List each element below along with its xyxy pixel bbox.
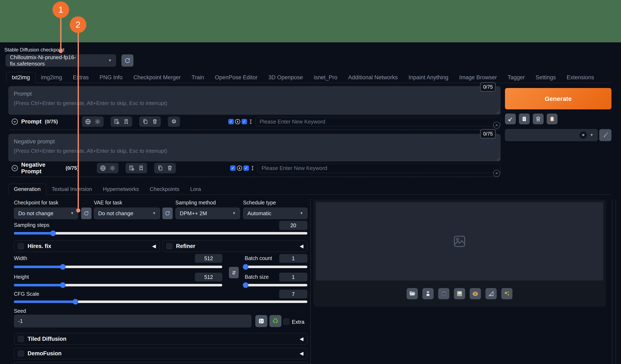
schedule-type-dropdown[interactable]: Automatic▼ xyxy=(243,208,308,219)
negative-panel-collapse-button[interactable] xyxy=(493,170,500,177)
send-to-inpaint-button[interactable] xyxy=(470,288,481,299)
refresh-vae-button[interactable] xyxy=(162,208,173,219)
checkpoint-for-task-dropdown[interactable]: Do not change▼ xyxy=(14,208,78,219)
paste-copy-icon[interactable] xyxy=(142,119,148,125)
translate-globe-icon[interactable] xyxy=(100,165,106,171)
column-resize-handle[interactable] xyxy=(310,199,311,364)
batch-size-value[interactable]: 1 xyxy=(279,273,307,281)
tab-inpaint-anything[interactable]: Inpaint Anything xyxy=(403,72,454,83)
save-zip-button[interactable] xyxy=(438,288,449,299)
cfg-scale-value[interactable]: 7 xyxy=(279,290,307,298)
swap-width-height-button[interactable] xyxy=(229,267,239,278)
auto-translate-checkbox[interactable]: ✓ xyxy=(228,119,234,124)
reuse-seed-button[interactable]: ♻ xyxy=(269,315,281,327)
save-image-button[interactable] xyxy=(422,288,433,299)
slider-thumb[interactable] xyxy=(60,282,66,288)
tab-textual-inversion[interactable]: Textual Inversion xyxy=(46,184,98,194)
sampling-method-dropdown[interactable]: DPM++ 2M▼ xyxy=(175,208,240,219)
cfg-scale-slider[interactable] xyxy=(14,300,307,303)
send-to-img2img-button[interactable] xyxy=(454,288,465,299)
accordion-collapsed-icon[interactable]: ◀ xyxy=(300,243,303,249)
seed-input[interactable]: -1 xyxy=(14,315,252,328)
tab-hypernetworks[interactable]: Hypernetworks xyxy=(98,184,144,194)
trash-icon[interactable] xyxy=(152,119,158,125)
accordion-collapsed-icon[interactable]: ◀ xyxy=(300,336,303,342)
refresh-checkpoint-for-task-button[interactable] xyxy=(81,208,91,219)
prompt-keyword-input[interactable] xyxy=(256,117,500,126)
slider-thumb[interactable] xyxy=(243,264,248,270)
tiled-diffusion-accordion[interactable]: Tiled Diffusion ◀ xyxy=(14,333,307,345)
tab-generation[interactable]: Generation xyxy=(8,184,46,195)
gear-icon[interactable] xyxy=(109,165,116,171)
upscale-button[interactable] xyxy=(501,288,513,299)
sampling-steps-value[interactable]: 20 xyxy=(279,221,307,230)
history-down-icon[interactable] xyxy=(235,119,241,125)
slider-thumb[interactable] xyxy=(73,299,78,305)
keyword-mode-checkbox[interactable]: ✓ xyxy=(242,119,247,124)
keyword-mode-checkbox[interactable]: ✓ xyxy=(243,165,249,171)
resize-handle-icon[interactable] xyxy=(496,110,500,114)
tab-train[interactable]: Train xyxy=(186,72,210,83)
open-folder-button[interactable] xyxy=(407,288,418,299)
gear-icon[interactable] xyxy=(94,119,101,125)
translate-globe-icon[interactable] xyxy=(85,119,91,125)
tab-extensions[interactable]: Extensions xyxy=(561,72,599,83)
tab-lora[interactable]: Lora xyxy=(185,184,206,194)
hires-fix-accordion[interactable]: Hires. fix ◀ xyxy=(14,240,160,252)
vae-for-task-dropdown[interactable]: Do not change▼ xyxy=(94,208,160,219)
history-down-icon[interactable] xyxy=(236,165,243,171)
refresh-checkpoint-button[interactable] xyxy=(121,54,134,67)
tab-isnet-pro[interactable]: isnet_Pro xyxy=(309,72,343,83)
save-style-button[interactable] xyxy=(519,114,530,124)
hires-fix-checkbox[interactable] xyxy=(18,243,24,249)
height-value[interactable]: 512 xyxy=(195,273,222,281)
trash-icon[interactable] xyxy=(167,165,173,171)
clear-prompt-button[interactable] xyxy=(533,114,544,124)
history-icon[interactable] xyxy=(128,165,135,171)
prompt-textarea[interactable]: Prompt (Press Ctrl+Enter to generate, Al… xyxy=(8,86,500,115)
width-value[interactable]: 512 xyxy=(195,254,222,263)
tab-checkpoints[interactable]: Checkpoints xyxy=(144,184,185,194)
tab-extras[interactable]: Extras xyxy=(68,72,94,83)
favorites-bookmark-icon[interactable] xyxy=(138,165,144,171)
favorites-bookmark-icon[interactable] xyxy=(123,119,129,125)
height-slider[interactable] xyxy=(14,284,222,286)
paste-copy-icon[interactable] xyxy=(157,165,163,171)
random-seed-button[interactable] xyxy=(255,315,267,327)
edit-styles-button[interactable] xyxy=(599,129,611,141)
openai-icon[interactable] xyxy=(171,119,177,125)
tab-png-info[interactable]: PNG Info xyxy=(94,72,128,83)
resize-handle-icon[interactable] xyxy=(496,157,500,161)
batch-count-value[interactable]: 1 xyxy=(279,254,307,263)
batch-size-slider[interactable] xyxy=(245,284,307,286)
read-generation-params-button[interactable]: ↙ xyxy=(505,114,516,124)
paste-params-button[interactable] xyxy=(547,114,557,124)
seed-extra-checkbox[interactable] xyxy=(283,319,289,325)
sampling-steps-slider[interactable] xyxy=(14,232,307,235)
tab-additional-networks[interactable]: Additional Networks xyxy=(343,72,403,83)
prompt-panel-collapse-button[interactable] xyxy=(493,121,500,129)
history-icon[interactable] xyxy=(114,119,120,125)
slider-thumb[interactable] xyxy=(243,282,248,288)
slider-thumb[interactable] xyxy=(50,231,56,236)
tab-openpose-editor[interactable]: OpenPose Editor xyxy=(209,72,263,83)
negative-collapse-icon[interactable] xyxy=(11,165,18,172)
tab-checkpoint-merger[interactable]: Checkpoint Merger xyxy=(128,72,186,83)
checkpoint-dropdown[interactable]: Chilloutmix-Ni-pruned-fp16-fix.safetenso… xyxy=(6,54,116,67)
tab-image-browser[interactable]: Image Browser xyxy=(454,72,502,83)
batch-count-slider[interactable] xyxy=(245,266,307,268)
negative-prompt-textarea[interactable]: Negative prompt (Press Ctrl+Enter to gen… xyxy=(8,134,500,161)
tab-txt2img[interactable]: txt2img xyxy=(6,72,35,83)
accordion-collapsed-icon[interactable]: ◀ xyxy=(152,243,156,249)
negative-keyword-input[interactable] xyxy=(258,163,500,173)
tiled-diffusion-checkbox[interactable] xyxy=(18,336,24,342)
demofusion-checkbox[interactable] xyxy=(18,350,24,357)
tab-tagger[interactable]: Tagger xyxy=(502,72,530,83)
prompt-collapse-icon[interactable] xyxy=(11,118,18,125)
image-preview-area[interactable] xyxy=(316,202,603,280)
auto-translate-checkbox[interactable]: ✓ xyxy=(230,165,236,171)
generate-button[interactable]: Generate xyxy=(505,88,611,109)
accordion-collapsed-icon[interactable]: ◀ xyxy=(300,350,303,356)
refiner-accordion[interactable]: Refiner ◀ xyxy=(162,240,307,252)
tab-img2img[interactable]: img2img xyxy=(35,72,68,83)
